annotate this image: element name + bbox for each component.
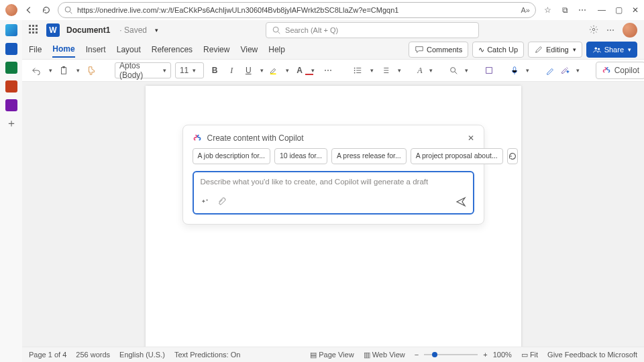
chip-project-proposal[interactable]: A project proposal about...: [411, 148, 503, 164]
status-bar: Page 1 of 4 256 words English (U.S.) Tex…: [22, 347, 644, 362]
copilot-button[interactable]: Copilot: [596, 62, 644, 79]
tab-file[interactable]: File: [29, 42, 42, 57]
highlight-button[interactable]: [268, 63, 280, 78]
browser-bar: https://onedrive.live.com/:w:/t/EaCKkPs6…: [0, 0, 644, 21]
profile-icon[interactable]: [5, 4, 17, 16]
web-view-button[interactable]: ▥ Web View: [364, 351, 405, 359]
search-input[interactable]: Search (Alt + Q): [266, 22, 479, 38]
svg-point-4: [598, 48, 600, 50]
zoom-control[interactable]: − + 100%: [415, 351, 512, 359]
refresh-icon: [508, 152, 517, 161]
title-chevron-down-icon[interactable]: ▾: [155, 27, 158, 34]
font-size-select[interactable]: 11▾: [175, 62, 205, 78]
more-icon[interactable]: ⋯: [606, 25, 614, 35]
search-icon: [272, 25, 281, 35]
favorite-icon[interactable]: ☆: [541, 4, 553, 16]
ribbon: ▾ ▾ Aptos (Body)▾ 11▾ B I U▾ ▾ A▾ ⋯ ▾ ▾ …: [22, 60, 644, 82]
tab-help[interactable]: Help: [268, 42, 285, 57]
document-canvas[interactable]: Create content with Copilot ✕ A job desc…: [22, 82, 644, 347]
zoom-level[interactable]: 100%: [493, 351, 512, 359]
format-painter-button[interactable]: [84, 63, 99, 78]
page-indicator[interactable]: Page 1 of 4: [29, 351, 66, 359]
close-icon[interactable]: ✕: [468, 133, 474, 143]
fit-button[interactable]: ▭ Fit: [521, 351, 538, 359]
send-button[interactable]: [455, 196, 466, 209]
underline-button[interactable]: U: [242, 63, 255, 78]
svg-point-11: [450, 68, 455, 72]
editing-button[interactable]: Editing▾: [528, 42, 582, 58]
zoom-slider[interactable]: [424, 354, 478, 355]
italic-button[interactable]: I: [225, 63, 238, 78]
refresh-button[interactable]: [40, 4, 52, 16]
collections-icon[interactable]: ⧉: [559, 4, 571, 16]
font-color-button[interactable]: A: [293, 63, 306, 78]
zoom-in-icon[interactable]: +: [483, 351, 487, 359]
app-rail: ＋: [0, 20, 23, 362]
chip-ideas[interactable]: 10 ideas for...: [274, 148, 327, 164]
rail-onenote-icon[interactable]: [5, 99, 17, 111]
avatar[interactable]: [623, 23, 637, 38]
app-launcher-icon[interactable]: [29, 25, 40, 36]
designer-button[interactable]: [484, 63, 494, 78]
zoom-out-icon[interactable]: −: [415, 351, 419, 359]
rewrite-button[interactable]: [560, 63, 570, 78]
word-app: W Document1 · Saved▾ Search (Alt + Q) ⋯ …: [22, 20, 644, 347]
maximize-button[interactable]: ▢: [615, 5, 623, 15]
copilot-card: Create content with Copilot ✕ A job desc…: [182, 125, 484, 225]
dictate-button[interactable]: [510, 63, 519, 78]
rail-word-icon[interactable]: [5, 43, 17, 55]
word-count[interactable]: 256 words: [76, 351, 110, 359]
language[interactable]: English (U.S.): [119, 351, 165, 359]
catchup-button[interactable]: ∿Catch Up: [472, 42, 524, 58]
document-title[interactable]: Document1: [66, 25, 110, 35]
share-button[interactable]: Share▾: [586, 42, 637, 58]
paste-button[interactable]: [56, 63, 71, 78]
find-button[interactable]: [449, 63, 458, 78]
chip-job-description[interactable]: A job description for...: [193, 148, 270, 164]
tab-home[interactable]: Home: [52, 42, 74, 58]
more-icon[interactable]: ⋯: [576, 4, 588, 16]
prompt-input[interactable]: Describe what you'd like to create, and …: [193, 171, 474, 215]
suggestion-chips: A job description for... 10 ideas for...…: [193, 148, 474, 164]
settings-icon[interactable]: [589, 25, 598, 36]
tab-insert[interactable]: Insert: [86, 42, 106, 57]
tab-review[interactable]: Review: [203, 42, 229, 57]
tab-references[interactable]: References: [152, 42, 193, 57]
svg-point-10: [354, 72, 356, 74]
font-name-select[interactable]: Aptos (Body)▾: [115, 62, 171, 78]
window-controls: — ▢ ✕: [598, 5, 639, 15]
styles-button[interactable]: A: [417, 63, 422, 78]
tab-view[interactable]: View: [240, 42, 258, 57]
more-font-icon[interactable]: ⋯: [321, 63, 334, 78]
text-predictions[interactable]: Text Predictions: On: [174, 351, 240, 359]
tab-layout[interactable]: Layout: [117, 42, 141, 57]
numbering-button[interactable]: [378, 63, 392, 78]
chip-press-release[interactable]: A press release for...: [331, 148, 407, 164]
rail-add-icon[interactable]: ＋: [6, 118, 17, 129]
rail-powerpoint-icon[interactable]: [5, 80, 17, 93]
refresh-chips-button[interactable]: [507, 148, 518, 164]
bold-button[interactable]: B: [208, 63, 221, 78]
page-view-button[interactable]: ▤ Page View: [310, 351, 354, 359]
close-window-button[interactable]: ✕: [632, 5, 639, 15]
undo-button[interactable]: [29, 63, 44, 78]
feedback-link[interactable]: Give Feedback to Microsoft: [547, 351, 637, 359]
rail-edge-icon[interactable]: [5, 24, 17, 36]
bullets-button[interactable]: [350, 63, 365, 78]
address-bar[interactable]: https://onedrive.live.com/:w:/t/EaCKkPs6…: [58, 2, 536, 18]
inspire-icon[interactable]: [201, 197, 210, 208]
back-button[interactable]: [23, 4, 35, 16]
prompt-placeholder: Describe what you'd like to create, and …: [201, 178, 466, 188]
svg-point-0: [65, 7, 70, 12]
editor-button[interactable]: [545, 63, 555, 78]
copilot-icon: [193, 133, 202, 143]
attach-icon[interactable]: [217, 197, 226, 208]
save-status[interactable]: · Saved: [119, 25, 147, 35]
word-logo-icon: W: [46, 23, 60, 37]
svg-rect-6: [62, 66, 65, 68]
search-placeholder: Search (Alt + Q): [285, 26, 338, 34]
comments-button[interactable]: Comments: [409, 42, 468, 58]
rail-excel-icon[interactable]: [5, 62, 17, 74]
minimize-button[interactable]: —: [598, 5, 606, 15]
read-aloud-icon[interactable]: A»: [521, 6, 530, 14]
